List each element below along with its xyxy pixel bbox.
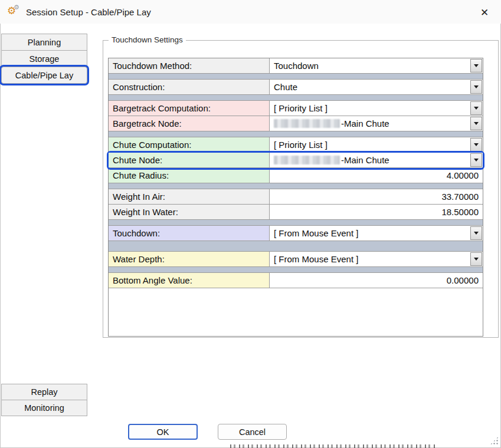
row-label: Chute Node: [109, 153, 270, 167]
dropdown-arrow-icon[interactable] [470, 138, 482, 151]
row-touchdown: Touchdown: [ From Mouse Event ] [109, 226, 483, 241]
touchdown-method-dropdown[interactable]: Touchdown [270, 58, 483, 73]
row-weight-in-air: Weight In Air: 33.70000 [109, 189, 483, 205]
dropdown-value: -Main Chute [341, 118, 389, 129]
sidebar-item-replay[interactable]: Replay [1, 384, 87, 400]
row-chute-radius: Chute Radius: 4.00000 [109, 168, 483, 183]
row-construction: Construction: Chute [109, 80, 483, 95]
weight-in-air-field[interactable]: 33.70000 [270, 189, 483, 204]
row-bargetrack-computation: Bargetrack Computation: [ Priority List … [109, 101, 483, 116]
field-value: 18.50000 [441, 207, 479, 217]
close-icon[interactable]: ✕ [477, 5, 492, 19]
chute-radius-field[interactable]: 4.00000 [270, 168, 483, 183]
row-label: Weight In Water: [109, 205, 270, 219]
cancel-button[interactable]: Cancel [218, 424, 287, 440]
row-touchdown-method: Touchdown Method: Touchdown [109, 58, 483, 74]
dropdown-arrow-icon[interactable] [470, 252, 482, 266]
touchdown-settings-group: Touchdown Settings Touchdown Method: Tou… [103, 40, 499, 338]
row-group-separator [109, 183, 483, 189]
row-water-depth: Water Depth: [ From Mouse Event ] [109, 252, 483, 267]
title-bar: ⚙ ⚙ Session Setup - Cable/Pipe Lay ✕ [0, 0, 501, 24]
window-title: Session Setup - Cable/Pipe Lay [26, 7, 151, 17]
dropdown-value: Touchdown [274, 61, 319, 71]
row-label: Construction: [109, 80, 270, 94]
row-weight-in-water: Weight In Water: 18.50000 [109, 205, 483, 220]
redacted-node-name [274, 156, 340, 164]
ok-button[interactable]: OK [128, 424, 198, 440]
water-depth-dropdown[interactable]: [ From Mouse Event ] [270, 252, 483, 266]
dropdown-value: -Main Chute [341, 155, 389, 165]
bottom-angle-value-field[interactable]: 0.00000 [270, 273, 483, 288]
construction-dropdown[interactable]: Chute [270, 80, 483, 94]
dropdown-arrow-icon[interactable] [470, 153, 482, 167]
row-group-separator [109, 220, 483, 226]
dropdown-value: [ From Mouse Event ] [274, 254, 358, 264]
chute-node-dropdown[interactable]: -Main Chute [270, 153, 483, 167]
table-empty-area [109, 288, 483, 336]
sidebar-item-storage[interactable]: Storage [1, 50, 87, 67]
touchdown-dropdown[interactable]: [ From Mouse Event ] [270, 226, 483, 241]
row-label: Bargetrack Computation: [109, 101, 270, 116]
dropdown-arrow-icon[interactable] [470, 59, 482, 73]
sidebar-item-planning[interactable]: Planning [1, 34, 87, 51]
weight-in-water-field[interactable]: 18.50000 [270, 205, 483, 219]
row-label: Water Depth: [109, 252, 270, 266]
row-group-separator [109, 131, 483, 137]
dropdown-value: [ Priority List ] [274, 140, 328, 150]
row-bottom-angle-value: Bottom Angle Value: 0.00000 [109, 273, 483, 288]
clipped-background-text [230, 444, 436, 448]
session-setup-dialog: ⚙ ⚙ Session Setup - Cable/Pipe Lay ✕ Pla… [0, 0, 501, 448]
dropdown-value: [ From Mouse Event ] [274, 228, 358, 238]
dropdown-value: Chute [274, 82, 297, 92]
row-label: Chute Radius: [109, 168, 270, 183]
dropdown-value: [ Priority List ] [274, 103, 328, 113]
field-value: 0.00000 [447, 275, 479, 285]
bargetrack-node-dropdown[interactable]: -Main Chute [270, 116, 483, 131]
sidebar-item-cable-pipe-lay[interactable]: Cable/Pipe Lay [1, 67, 87, 84]
gear-small-icon: ⚙ [14, 4, 19, 11]
row-label: Touchdown Method: [109, 58, 270, 73]
sidebar-item-monitoring[interactable]: Monitoring [1, 400, 87, 416]
row-group-separator [109, 74, 483, 80]
row-label: Bottom Angle Value: [109, 273, 270, 288]
field-value: 4.00000 [447, 170, 479, 180]
session-setup-gear-icon: ⚙ ⚙ [7, 5, 21, 19]
row-group-separator [109, 241, 483, 252]
bargetrack-computation-dropdown[interactable]: [ Priority List ] [270, 101, 483, 116]
dropdown-arrow-icon[interactable] [470, 117, 482, 130]
row-chute-node: Chute Node: -Main Chute [109, 153, 483, 168]
row-chute-computation: Chute Computation: [ Priority List ] [109, 137, 483, 153]
redacted-node-name [274, 119, 340, 128]
row-label: Weight In Air: [109, 189, 270, 204]
group-title: Touchdown Settings [109, 35, 186, 44]
chute-computation-dropdown[interactable]: [ Priority List ] [270, 137, 483, 152]
row-label: Chute Computation: [109, 137, 270, 152]
field-value: 33.70000 [441, 192, 479, 202]
resize-grip-icon[interactable] [490, 436, 499, 445]
dropdown-arrow-icon[interactable] [470, 80, 482, 94]
row-label: Bargetrack Node: [109, 116, 270, 131]
row-bargetrack-node: Bargetrack Node: -Main Chute [109, 116, 483, 131]
dropdown-arrow-icon[interactable] [470, 226, 482, 240]
dropdown-arrow-icon[interactable] [470, 101, 482, 115]
row-label: Touchdown: [109, 226, 270, 241]
row-group-separator [109, 95, 483, 101]
row-group-separator [109, 267, 483, 273]
settings-table: Touchdown Method: Touchdown Construction… [108, 58, 483, 337]
